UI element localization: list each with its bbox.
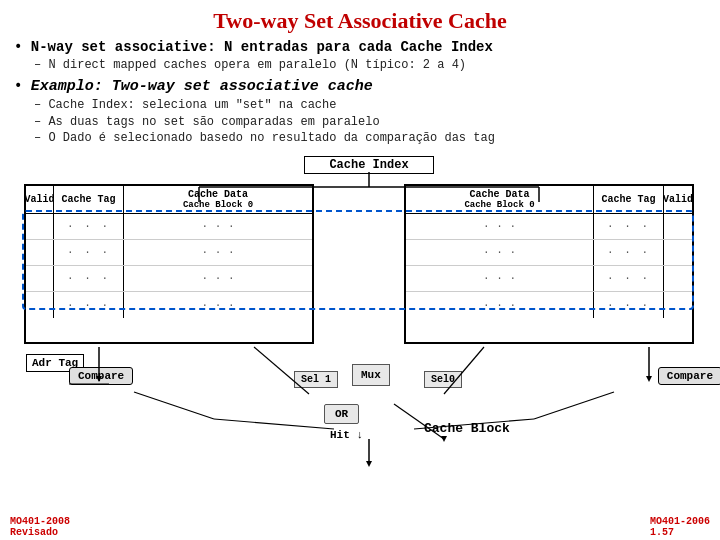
cache-block-label: Cache Block xyxy=(424,421,510,436)
left-tag-header: Cache Tag xyxy=(54,186,124,213)
compare-left-button: Compare xyxy=(69,367,133,385)
right-cache-block: Cache Data Cache Block 0 Cache Tag Valid… xyxy=(404,184,694,344)
footer-left: MO401-2008 Revisado xyxy=(10,516,70,538)
hit-label: Hit ↓ xyxy=(330,429,363,441)
bullet-1-main: N-way set associative: N entradas para c… xyxy=(31,39,493,55)
mux-box: Mux xyxy=(352,364,390,386)
sel1-box: Sel 1 xyxy=(294,371,338,388)
bullet-2-sub-1: – Cache Index: seleciona um "set" na cac… xyxy=(34,97,706,113)
right-data-header: Cache Data Cache Block 0 xyxy=(406,186,594,213)
right-tag-header: Cache Tag xyxy=(594,186,664,213)
left-cache-block: Valid Cache Tag Cache Data Cache Block 0… xyxy=(24,184,314,344)
bullet-2-sub-2: – As duas tags no set são comparadas em … xyxy=(34,114,706,130)
bullet-1: • N-way set associative: N entradas para… xyxy=(14,38,706,73)
diagram-area: Cache Index Valid Cache Tag Cache Data C… xyxy=(14,154,706,536)
page-title: Two-way Set Associative Cache xyxy=(14,8,706,34)
compare-right-button: Compare xyxy=(658,367,720,385)
bullet-2: • Examplo: Two-way set associative cache… xyxy=(14,77,706,146)
bullet-2-main: Examplo: Two-way set associative cache xyxy=(31,78,373,95)
bullet-1-sub-1: – N direct mapped caches opera em parale… xyxy=(34,57,706,73)
svg-marker-13 xyxy=(366,461,372,467)
or-box: OR xyxy=(324,404,359,424)
left-valid-header: Valid xyxy=(26,186,54,213)
footer-right: MO401-2006 1.57 xyxy=(650,516,710,538)
bullet-2-sub-3: – O Dado é selecionado basedo no resulta… xyxy=(34,130,706,146)
cache-index-label: Cache Index xyxy=(304,156,434,174)
left-data-header: Cache Data Cache Block 0 xyxy=(124,186,312,213)
right-valid-header: Valid xyxy=(664,186,692,213)
sel0-box: Sel0 xyxy=(424,371,462,388)
bottom-controls: Adr Tag Compare Compare Sel 1 Mux Sel0 O… xyxy=(14,349,720,459)
